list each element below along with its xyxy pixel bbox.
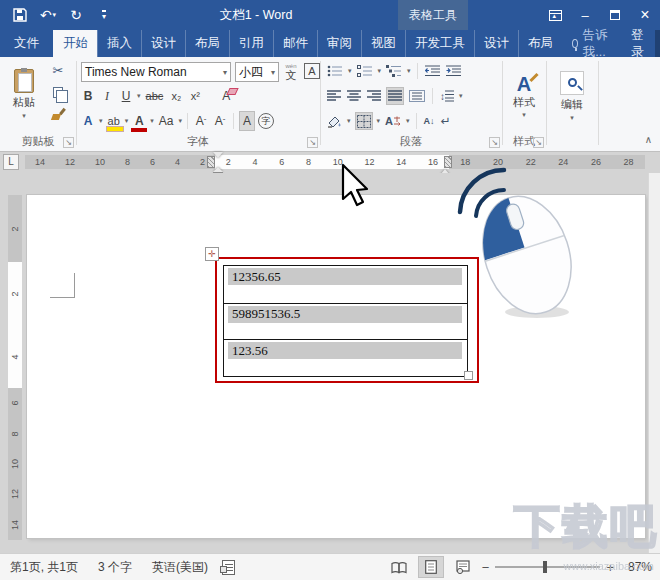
shading-button[interactable] [326,112,343,130]
maximize-button[interactable] [600,0,630,30]
proofing-icon[interactable] [222,560,235,575]
zoom-slider[interactable] [495,566,600,568]
ribbon-tab[interactable]: 开始 [53,30,97,57]
zoom-in-button[interactable]: + [606,560,614,575]
table-row[interactable]: 123.56 [224,339,467,376]
font-size-combo[interactable]: 小四 ▾ [235,62,279,82]
align-right-button[interactable] [366,87,382,105]
save-button[interactable] [8,3,32,27]
strikethrough-button[interactable]: abc [144,86,166,106]
styles-dropdown[interactable]: ▾ [522,111,526,119]
share-button[interactable]: 共享 [655,30,660,57]
web-layout-button[interactable] [450,556,476,578]
increase-indent-button[interactable] [445,62,462,80]
language-indicator[interactable]: 英语(美国) [142,559,218,576]
font-name-combo[interactable]: Times New Roman ▾ [81,62,231,82]
close-button[interactable]: × [630,0,660,30]
zoom-level[interactable]: 87% [620,560,652,574]
minimize-button[interactable]: – [570,0,600,30]
bullets-dropdown[interactable]: ▾ [348,67,352,75]
clipboard-dialog-launcher[interactable]: ↘ [63,137,74,148]
paragraph-dialog-launcher[interactable]: ↘ [489,137,500,148]
font-color-button[interactable]: A [131,111,147,131]
vertical-scrollbar[interactable] [648,173,660,553]
change-case-dropdown[interactable]: ▾ [178,117,182,125]
bold-button[interactable]: B [80,86,96,106]
ribbon-tab[interactable]: 引用 [229,30,273,57]
styles-dialog-launcher[interactable]: ↘ [533,137,544,148]
table-resize-handle[interactable] [464,371,473,380]
character-border-button[interactable]: A [304,63,320,79]
ribbon-tab[interactable]: 视图 [361,30,405,57]
text-effects-button[interactable]: A [80,111,96,131]
editing-dropdown[interactable]: ▾ [570,114,574,122]
distribute-button[interactable] [408,87,426,105]
subscript-button[interactable]: x₂ [168,86,184,106]
ribbon-tab[interactable]: 插入 [97,30,141,57]
redo-button[interactable]: ↻ [64,3,88,27]
underline-button[interactable]: U [118,86,134,106]
multilevel-dropdown[interactable]: ▾ [407,67,411,75]
print-layout-button[interactable] [418,556,444,578]
show-marks-button[interactable]: ↵ [440,112,452,130]
borders-button[interactable] [355,112,373,130]
enclose-characters-button[interactable]: 字 [258,113,274,129]
word-count[interactable]: 3 个字 [88,559,142,576]
ribbon-tab[interactable]: 文件 [0,30,53,57]
vertical-ruler[interactable]: 2 24 68101214 [8,195,22,540]
underline-dropdown[interactable]: ▾ [137,92,141,100]
shading-dropdown[interactable]: ▾ [347,117,351,125]
ribbon-tab[interactable]: 布局 [518,30,562,57]
ribbon-tab[interactable]: 设计 [474,30,518,57]
page-indicator[interactable]: 第1页, 共1页 [0,559,88,576]
shrink-font-button[interactable]: A [212,111,228,131]
paste-button[interactable]: 粘贴 ▾ [4,61,44,127]
numbering-button[interactable] [356,62,374,80]
styles-gallery-button[interactable]: A 样式 ▾ [504,61,544,131]
undo-button[interactable]: ↶▾ [36,3,60,27]
italic-button[interactable]: I [99,86,115,106]
clear-formatting-button[interactable]: A [219,86,235,106]
highlight-dropdown[interactable]: ▾ [125,117,129,125]
justify-button[interactable] [386,87,404,105]
character-shading-button[interactable]: A [239,111,255,131]
multilevel-list-button[interactable] [385,62,403,80]
font-color-dropdown[interactable]: ▾ [150,117,154,125]
table-column-marker[interactable] [444,156,452,168]
borders-dropdown[interactable]: ▾ [377,117,381,125]
font-size-dropdown-icon[interactable]: ▾ [268,68,275,77]
read-mode-button[interactable] [386,556,412,578]
table[interactable]: 12356.65598951536.5123.56 [223,265,468,377]
decrease-indent-button[interactable] [424,62,441,80]
highlight-button[interactable]: ab [106,111,122,131]
sign-in-button[interactable]: 登录 [619,30,656,57]
table-row[interactable]: 598951536.5 [224,303,467,340]
ribbon-tab[interactable]: 邮件 [273,30,317,57]
change-case-button[interactable]: Aa [157,111,176,131]
ribbon-display-options-button[interactable] [540,0,570,30]
paste-dropdown[interactable]: ▾ [22,112,26,120]
first-line-indent-marker[interactable] [213,152,223,158]
numbering-dropdown[interactable]: ▾ [378,67,382,75]
font-name-dropdown-icon[interactable]: ▾ [220,68,227,77]
ribbon-tab[interactable]: 开发工具 [405,30,474,57]
superscript-button[interactable]: x² [187,86,203,106]
line-spacing-dropdown[interactable]: ▾ [459,92,463,100]
editing-button[interactable]: 编辑 ▾ [552,61,592,131]
align-left-button[interactable] [326,87,342,105]
zoom-out-button[interactable]: − [482,560,490,575]
tell-me-button[interactable]: 告诉我... [562,30,619,57]
grow-font-button[interactable]: A [193,111,209,131]
customize-qat-button[interactable]: ▾ [92,3,116,27]
sort-button[interactable]: A↓ [423,112,436,130]
align-center-button[interactable] [346,87,362,105]
asian-layout-button[interactable]: A [384,112,402,130]
undo-dropdown[interactable]: ▾ [53,11,57,19]
text-effects-dropdown[interactable]: ▾ [99,117,103,125]
collapse-ribbon-button[interactable]: ∧ [645,134,652,145]
copy-button[interactable] [48,83,68,101]
table-row[interactable]: 12356.65 [224,266,467,303]
bullets-button[interactable] [326,62,344,80]
ribbon-tab[interactable]: 审阅 [317,30,361,57]
ribbon-tab[interactable]: 设计 [141,30,185,57]
